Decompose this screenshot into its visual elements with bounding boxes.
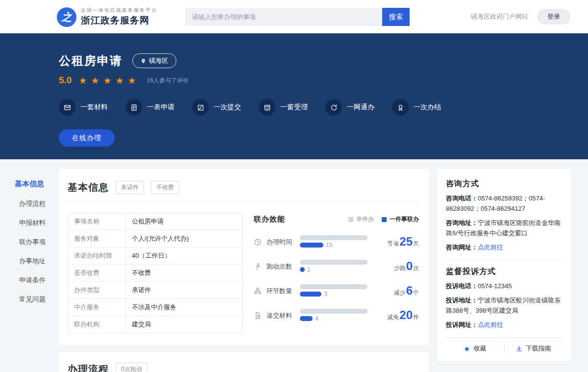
top-header: 之 全国一体化在线政务服务平台 浙江政务服务网 搜索 镇海区政府门户网站 登录 — [0, 0, 588, 33]
flow-nodes-icon — [254, 287, 263, 295]
nav-item-materials[interactable]: 申报材料 — [19, 219, 58, 227]
legend-swatch-single — [348, 217, 353, 222]
portal-site-link[interactable]: 镇海区政府门户网站 — [471, 12, 528, 21]
efficiency-chart: 联办效能 单件办 一件事联办 办理时间 — [254, 213, 419, 333]
chart-row-label: 环节数量 — [267, 287, 298, 296]
location-pin-icon — [141, 58, 146, 64]
consult-website: 咨询网址：点此前往 — [446, 242, 563, 252]
bar-value: 1 — [307, 266, 311, 273]
chart-title: 联办效能 — [254, 215, 285, 224]
promise-type-tag: 承诺件 — [116, 181, 144, 194]
row-label: 办件类型 — [68, 282, 126, 299]
feature-item: 一次办结 — [392, 99, 441, 116]
badge-done-icon — [392, 99, 409, 116]
document-icon — [254, 312, 263, 320]
table-row: 办件类型 承诺件 — [68, 282, 243, 299]
feature-list: 一套材料 一表申请 一次提交 一窗受理 一网通办 — [59, 99, 588, 116]
zero-trips-tag: 0次跑动 — [116, 363, 147, 372]
window-check-icon — [259, 99, 275, 116]
logo-text: 全国一体化在线政务服务平台 浙江政务服务网 — [81, 7, 157, 27]
complaint-address: 投诉地址：宁波市镇海区蛟川街道镇骆东路388号、398号区建交局 — [446, 295, 563, 316]
nav-item-basic-info[interactable]: 基本信息 — [15, 179, 58, 189]
saving-unit: 件 — [413, 313, 419, 322]
chart-row-label: 递交材料 — [267, 311, 298, 320]
complaint-phone: 投诉电话：0574-12345 — [446, 281, 563, 291]
main-column: 基本信息 承诺件 不收费 事项名称 公租房申请 服务对象 个人/(允许个人代办)… — [59, 169, 429, 372]
district-label: 镇海区 — [149, 56, 168, 65]
bar-group: 1 — [300, 260, 368, 273]
nav-item-joint-items[interactable]: 联办事项 — [19, 238, 58, 247]
consult-title: 咨询方式 — [446, 179, 563, 189]
bar-single — [300, 309, 368, 314]
bar-value: 15 — [326, 242, 332, 248]
saving-prefix: 少跑 — [394, 264, 406, 273]
table-row: 事项名称 公租房申请 — [68, 213, 243, 230]
favorite-label: 收藏 — [473, 344, 486, 353]
network-sync-icon — [325, 99, 342, 116]
site-logo[interactable]: 之 全国一体化在线政务服务平台 浙江政务服务网 — [57, 7, 157, 27]
nav-item-conditions[interactable]: 申请条件 — [19, 276, 58, 285]
chart-row-materials: 递交材料 4 减免 20 件 — [254, 309, 419, 322]
bar-single — [300, 284, 368, 289]
nav-item-process[interactable]: 办理流程 — [19, 199, 58, 208]
bar-single — [300, 235, 368, 240]
basic-info-title: 基本信息 — [68, 181, 109, 194]
bar-group: 3 — [300, 284, 368, 298]
download-guide-button[interactable]: 下载指南 — [505, 344, 563, 353]
consult-phone: 咨询电话：0574-86259392；0574-86283092；0574-86… — [446, 193, 563, 214]
row-label: 服务对象 — [68, 230, 126, 248]
search-input[interactable] — [185, 8, 382, 26]
favorite-button[interactable]: ★ 收藏 — [446, 344, 504, 353]
nav-item-address[interactable]: 办事地址 — [19, 257, 58, 266]
star-rating-icons: ★★★★★ — [78, 76, 140, 85]
table-row: 服务对象 个人/(允许个人代办) — [68, 230, 243, 248]
complaint-website: 投诉网址：点此前往 — [446, 320, 563, 330]
rating: 5.0 ★★★★★ 16人参与了评价 — [59, 75, 588, 86]
header-right: 镇海区政府门户网站 登录 — [471, 0, 570, 33]
row-label: 联办机构 — [68, 316, 126, 333]
info-table: 事项名称 公租房申请 服务对象 个人/(允许个人代办) 承诺办结时限 40（工作… — [68, 213, 243, 333]
feature-label: 一套材料 — [80, 103, 108, 112]
feature-item: 一表申请 — [125, 99, 174, 116]
logo-icon: 之 — [57, 7, 76, 27]
row-value: 个人/(允许个人代办) — [126, 230, 243, 248]
saving-text: 减免 20 件 — [387, 309, 419, 322]
rating-score: 5.0 — [59, 75, 72, 86]
bar-single — [300, 260, 368, 265]
consult-website-link[interactable]: 点此前往 — [478, 244, 503, 251]
hero-section: 公租房申请 镇海区 5.0 ★★★★★ 16人参与了评价 一套材料 一表申请 — [0, 33, 588, 159]
district-badge[interactable]: 镇海区 — [132, 53, 176, 68]
apply-online-button[interactable]: 在线办理 — [59, 129, 115, 147]
table-row: 联办机构 建交局 — [68, 316, 243, 333]
bar-group: 4 — [300, 309, 368, 322]
login-button[interactable]: 登录 — [537, 9, 570, 25]
no-fee-tag: 不收费 — [151, 181, 179, 194]
row-value: 公租房申请 — [126, 213, 243, 230]
row-label: 事项名称 — [68, 213, 126, 230]
row-value: 不涉及中介服务 — [126, 299, 243, 316]
chart-legend: 单件办 一件事联办 — [348, 215, 419, 223]
nav-item-faq[interactable]: 常见问题 — [19, 295, 58, 304]
saving-number: 6 — [406, 285, 413, 297]
field-value: 0574-12345 — [478, 282, 512, 290]
row-value: 40（工作日） — [126, 248, 243, 265]
row-value: 不收费 — [126, 265, 243, 282]
table-row: 中介服务 不涉及中介服务 — [68, 299, 243, 316]
chart-row-steps: 环节数量 3 减少 6 个 — [254, 284, 419, 298]
bar-joint — [300, 243, 323, 248]
chart-row-label: 跑动次数 — [267, 262, 298, 271]
feature-item: 一次提交 — [192, 99, 241, 116]
bar-group: 15 — [300, 235, 368, 248]
section-divider — [446, 260, 563, 260]
feature-item: 一窗受理 — [259, 99, 308, 116]
download-label: 下载指南 — [526, 344, 551, 353]
search-button[interactable]: 搜索 — [382, 8, 410, 26]
complaint-website-link[interactable]: 点此前往 — [478, 321, 503, 328]
card-actions: ★ 收藏 下载指南 — [446, 337, 563, 353]
saving-text: 减少 6 个 — [394, 285, 419, 297]
legend-label-single: 单件办 — [356, 215, 374, 223]
saving-number: 20 — [399, 309, 413, 321]
feature-item: 一网通办 — [325, 99, 374, 116]
saving-prefix: 减免 — [387, 313, 399, 322]
feature-label: 一窗受理 — [280, 103, 308, 112]
